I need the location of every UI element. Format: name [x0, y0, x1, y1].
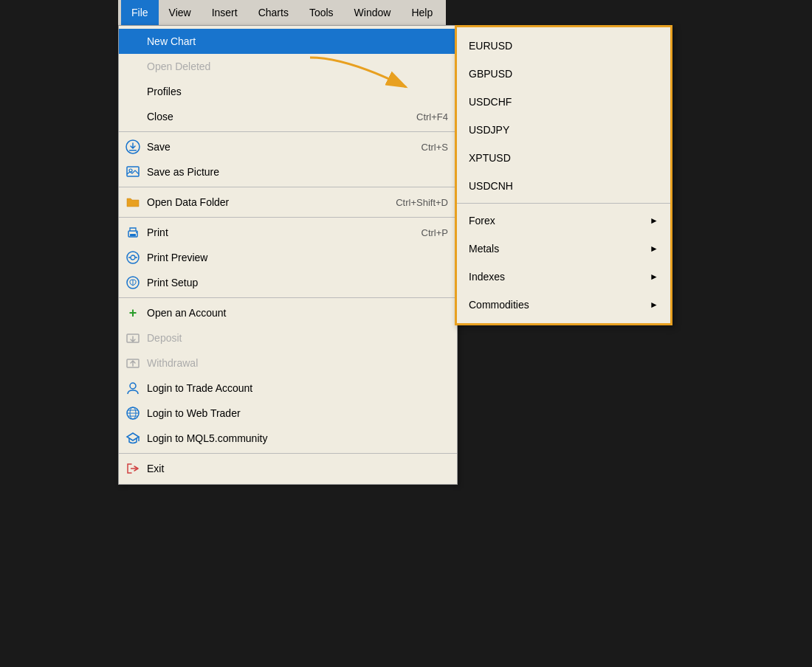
menu-tools[interactable]: Tools [299, 0, 344, 25]
submenu-panel: EURUSD GBPUSD USDCHF USDJPY XPTUSD USDCN… [455, 25, 672, 325]
file-dropdown: New Chart Open Deleted Profiles Close Ct… [118, 25, 458, 485]
menu-item-deposit: Deposit [119, 325, 457, 350]
menu-item-open-data-folder[interactable]: Open Data Folder Ctrl+Shift+D [119, 190, 457, 215]
close-icon [125, 108, 141, 125]
submenu-item-commodities[interactable]: Commodities ► [457, 291, 670, 319]
svg-rect-1 [129, 150, 137, 151]
metals-arrow-icon: ► [650, 243, 658, 254]
indexes-arrow-icon: ► [650, 272, 658, 282]
menu-item-login-web[interactable]: Login to Web Trader [119, 401, 457, 426]
menu-window[interactable]: Window [344, 0, 402, 25]
svg-point-8 [131, 255, 135, 260]
commodities-arrow-icon: ► [650, 300, 658, 310]
menu-item-print[interactable]: Print Ctrl+P [119, 220, 457, 245]
print-icon [125, 224, 141, 241]
divider-1 [119, 131, 457, 132]
menu-item-print-setup[interactable]: Print Setup [119, 270, 457, 295]
menu-charts[interactable]: Charts [248, 0, 299, 25]
menu-help[interactable]: Help [401, 0, 443, 25]
submenu-item-usdcnh[interactable]: USDCNH [457, 172, 670, 200]
menubar: File View Insert Charts Tools Window Hel… [118, 0, 446, 25]
menu-item-open-account[interactable]: + Open an Account [119, 300, 457, 325]
menu-item-exit[interactable]: Exit [119, 456, 457, 481]
save-icon [125, 139, 141, 155]
withdrawal-icon [125, 355, 141, 371]
menu-item-print-preview[interactable]: Print Preview [119, 245, 457, 270]
submenu-item-metals[interactable]: Metals ► [457, 235, 670, 263]
submenu-item-usdchf[interactable]: USDCHF [457, 88, 670, 116]
menu-insert[interactable]: Insert [202, 0, 248, 25]
svg-rect-2 [127, 167, 139, 176]
globe-icon [125, 405, 141, 421]
divider-3 [119, 217, 457, 218]
graduation-icon [125, 430, 141, 446]
exit-icon [125, 460, 141, 477]
svg-rect-5 [130, 234, 136, 236]
menu-item-withdrawal: Withdrawal [119, 350, 457, 376]
menu-item-save-picture[interactable]: Save as Picture [119, 159, 457, 184]
submenu-item-gbpusd[interactable]: GBPUSD [457, 60, 670, 88]
deposit-icon [125, 330, 141, 346]
menu-item-login-trade[interactable]: Login to Trade Account [119, 376, 457, 401]
menu-view[interactable]: View [159, 0, 202, 25]
svg-point-3 [129, 169, 132, 172]
menu-file[interactable]: File [121, 0, 159, 25]
submenu-item-eurusd[interactable]: EURUSD [457, 32, 670, 60]
menu-item-open-deleted: Open Deleted [119, 54, 457, 79]
folder-icon [125, 194, 141, 210]
new-chart-icon [125, 33, 141, 49]
menu-item-login-mql5[interactable]: Login to MQL5.community [119, 426, 457, 451]
divider-4 [119, 297, 457, 298]
user-icon [125, 380, 141, 396]
print-preview-icon [125, 249, 141, 266]
plus-icon: + [125, 305, 141, 321]
menu-item-profiles[interactable]: Profiles [119, 79, 457, 104]
print-setup-icon [125, 274, 141, 291]
menu-item-save[interactable]: Save Ctrl+S [119, 134, 457, 159]
submenu-item-usdjpy[interactable]: USDJPY [457, 116, 670, 144]
submenu-divider [457, 203, 670, 204]
submenu-item-forex[interactable]: Forex ► [457, 207, 670, 235]
forex-arrow-icon: ► [650, 215, 658, 226]
submenu-item-indexes[interactable]: Indexes ► [457, 263, 670, 291]
menu-item-new-chart[interactable]: New Chart [119, 29, 457, 54]
svg-point-13 [130, 383, 136, 389]
menu-item-close[interactable]: Close Ctrl+F4 [119, 104, 457, 129]
submenu-item-xptusd[interactable]: XPTUSD [457, 144, 670, 172]
svg-point-6 [136, 232, 137, 233]
profiles-icon [125, 83, 141, 100]
divider-2 [119, 187, 457, 187]
save-picture-icon [125, 164, 141, 180]
divider-5 [119, 453, 457, 454]
open-deleted-icon [125, 58, 141, 75]
